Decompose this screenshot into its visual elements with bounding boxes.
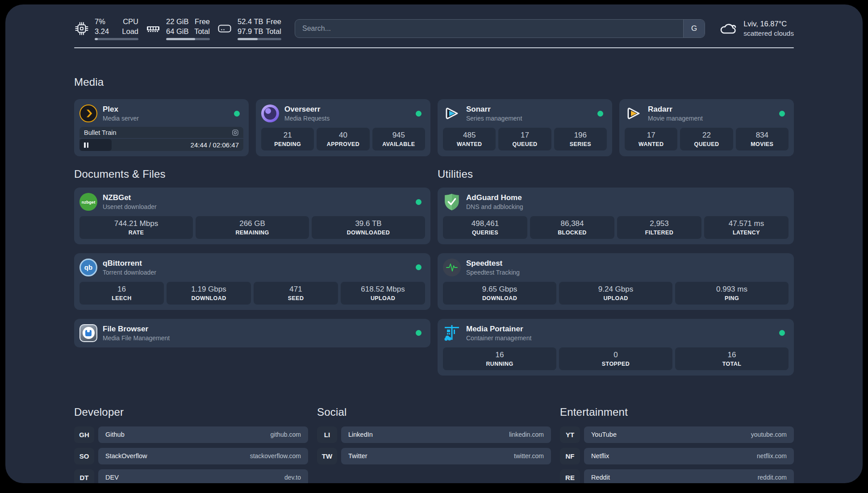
- status-dot: [779, 330, 785, 336]
- search-input[interactable]: [295, 20, 683, 38]
- service-description: Torrent downloader: [103, 269, 156, 276]
- bookmark-name: Github: [105, 431, 125, 438]
- stat-downloaded: 39.6 TBDOWNLOADED: [312, 216, 425, 239]
- service-description: Media Requests: [284, 115, 330, 122]
- bookmark-name: StackOverflow: [105, 452, 147, 460]
- stat-blocked: 86,384BLOCKED: [530, 216, 614, 239]
- bookmark-group-social: Social LI LinkedInlinkedin.com TW Twitte…: [317, 406, 551, 483]
- service-description: Usenet downloader: [103, 203, 157, 210]
- bookmark-reddit[interactable]: RE Redditreddit.com: [560, 469, 794, 483]
- section-title-entertainment: Entertainment: [560, 406, 794, 418]
- bookmark-abbr: LI: [317, 426, 337, 443]
- cpu-progress-bar: [95, 38, 138, 40]
- status-dot: [416, 199, 421, 205]
- bookmark-github[interactable]: GH Githubgithub.com: [74, 426, 308, 443]
- section-title-utilities: Utilities: [438, 168, 794, 180]
- bookmark-abbr: SO: [74, 448, 94, 464]
- stat-download: 9.65 GbpsDOWNLOAD: [443, 282, 556, 305]
- stat-leech: 16LEECH: [79, 282, 164, 305]
- bookmark-abbr: TW: [317, 448, 337, 464]
- status-dot: [416, 264, 421, 270]
- service-card-sonarr[interactable]: Sonarr Series management 485WANTED 17QUE…: [438, 99, 612, 156]
- radarr-icon: [625, 104, 643, 122]
- now-playing-title: Bullet Train: [84, 129, 117, 136]
- bookmark-abbr: GH: [74, 426, 94, 443]
- service-name: AdGuard Home: [466, 193, 523, 202]
- bookmark-name: LinkedIn: [348, 431, 373, 438]
- speedtest-icon: [443, 259, 461, 276]
- service-card-qbittorrent[interactable]: qb qBittorrent Torrent downloader 16LEEC…: [74, 253, 430, 310]
- bookmark-url: netflix.com: [757, 452, 787, 460]
- cpu-chip-icon: [74, 21, 89, 36]
- bookmark-name: Reddit: [591, 474, 610, 481]
- bookmark-name: YouTube: [591, 431, 617, 438]
- pause-button[interactable]: [84, 142, 88, 148]
- stat-wanted: 17WANTED: [625, 128, 677, 150]
- service-card-nzbget[interactable]: nzbget NZBGet Usenet downloader 744.21 M…: [74, 188, 430, 244]
- service-card-plex[interactable]: Plex Media server Bullet Train: [74, 99, 249, 156]
- memory-values: 22 GiB 64 GiB: [166, 17, 188, 36]
- bookmark-dev[interactable]: DT DEVdev.to: [74, 469, 308, 483]
- disk-widget: 52.4 TB 97.9 TB Free Total: [217, 17, 281, 40]
- search-provider-button[interactable]: G: [683, 20, 705, 38]
- bookmark-abbr: NF: [560, 448, 580, 464]
- bookmark-linkedin[interactable]: LI LinkedInlinkedin.com: [317, 426, 551, 443]
- service-name: Sonarr: [466, 105, 522, 114]
- stat-series: 196SERIES: [554, 128, 607, 150]
- stat-upload: 9.24 GbpsUPLOAD: [559, 282, 672, 305]
- section-title-developer: Developer: [74, 406, 308, 418]
- service-card-overseerr[interactable]: Overseerr Media Requests 21PENDING 40APP…: [256, 99, 430, 156]
- stat-queries: 498,461QUERIES: [443, 216, 527, 239]
- stat-download: 1.19 GbpsDOWNLOAD: [167, 282, 251, 305]
- service-card-speedtest[interactable]: Speedtest Speedtest Tracking 9.65 GbpsDO…: [438, 253, 794, 310]
- stat-remaining: 266 GBREMAINING: [196, 216, 309, 239]
- service-card-portainer[interactable]: Media Portainer Container management 16R…: [438, 319, 794, 376]
- bookmark-url: stackoverflow.com: [250, 452, 301, 460]
- stat-stopped: 0STOPPED: [559, 347, 672, 370]
- status-dot: [234, 111, 240, 117]
- weather-condition: scattered clouds: [743, 29, 794, 38]
- service-name: NZBGet: [103, 193, 157, 202]
- stat-upload: 618.52 MbpsUPLOAD: [341, 282, 425, 305]
- service-name: qBittorrent: [103, 259, 156, 268]
- stat-filtered: 2,953FILTERED: [617, 216, 701, 239]
- status-dot: [597, 111, 603, 117]
- section-title-documents: Documents & Files: [74, 168, 430, 180]
- bookmark-stackoverflow[interactable]: SO StackOverflowstackoverflow.com: [74, 448, 308, 464]
- service-card-filebrowser[interactable]: File Browser Media File Management: [74, 319, 430, 347]
- stat-seed: 471SEED: [254, 282, 338, 305]
- service-description: Media File Management: [103, 334, 170, 342]
- service-description: Speedtest Tracking: [466, 269, 520, 276]
- stat-queued: 17QUEUED: [498, 128, 551, 150]
- hard-drive-icon: [217, 21, 232, 36]
- stat-approved: 40APPROVED: [317, 128, 369, 150]
- status-dot: [779, 111, 785, 117]
- overseerr-icon: [261, 104, 279, 122]
- service-card-adguard[interactable]: AdGuard Home DNS and adblocking 498,461Q…: [438, 188, 794, 244]
- system-stats: 7% 3.24 CPU Load: [74, 17, 281, 40]
- bookmark-abbr: DT: [74, 469, 94, 483]
- cpu-values: 7% 3.24: [95, 17, 109, 36]
- weather-widget[interactable]: Lviv, 16.87°C scattered clouds: [718, 19, 794, 38]
- service-name: Plex: [103, 105, 139, 114]
- cpu-widget: 7% 3.24 CPU Load: [74, 17, 138, 40]
- bookmark-abbr: YT: [560, 426, 580, 443]
- bookmark-group-entertainment: Entertainment YT YouTubeyoutube.com NF N…: [560, 406, 794, 483]
- stat-movies: 834MOVIES: [736, 128, 789, 150]
- plex-icon: [79, 104, 97, 122]
- bookmark-name: Twitter: [348, 452, 367, 460]
- section-title-social: Social: [317, 406, 551, 418]
- bookmark-twitter[interactable]: TW Twittertwitter.com: [317, 448, 551, 464]
- service-description: DNS and adblocking: [466, 203, 523, 210]
- service-card-radarr[interactable]: Radarr Movie management 17WANTED 22QUEUE…: [619, 99, 794, 156]
- stat-ping: 0.993 msPING: [675, 282, 789, 305]
- stat-rate: 744.21 MbpsRATE: [79, 216, 193, 239]
- service-description: Container management: [466, 334, 531, 342]
- service-name: Overseerr: [284, 105, 330, 114]
- memory-progress-bar: [166, 38, 210, 40]
- bookmark-group-developer: Developer GH Githubgithub.com SO StackOv…: [74, 406, 308, 483]
- sonarr-icon: [443, 104, 461, 122]
- service-name: File Browser: [103, 325, 170, 334]
- bookmark-netflix[interactable]: NF Netflixnetflix.com: [560, 448, 794, 464]
- bookmark-youtube[interactable]: YT YouTubeyoutube.com: [560, 426, 794, 443]
